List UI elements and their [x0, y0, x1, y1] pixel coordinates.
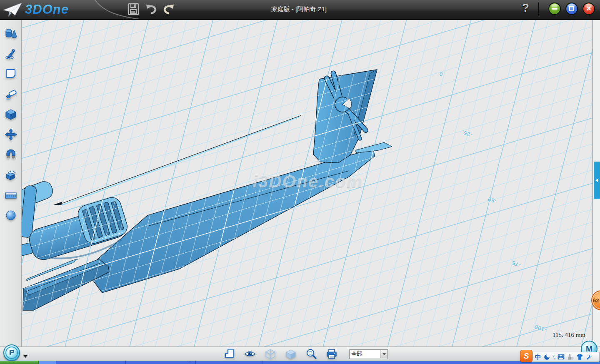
taskbar-separator — [195, 361, 196, 364]
sketch-pen-icon — [5, 47, 17, 60]
brand-name: 3DOne — [25, 2, 69, 17]
restore-icon — [569, 6, 574, 11]
taskbar-quicklaunch[interactable] — [39, 361, 56, 364]
redo-icon[interactable] — [163, 3, 175, 15]
taskbar-start-button[interactable] — [0, 361, 39, 364]
settings-wrench-icon — [586, 354, 592, 360]
undo-icon[interactable] — [145, 3, 157, 15]
sidebar-item-sketch-edit[interactable] — [0, 84, 21, 105]
ime-toolbar: S 中 °, — [522, 352, 600, 362]
cplane-icon[interactable] — [224, 349, 235, 359]
measure-ruler-icon — [5, 189, 17, 202]
half-moon-icon — [544, 354, 550, 360]
close-icon: ✕ — [586, 5, 591, 12]
move-arrows-icon — [5, 128, 17, 141]
measurement-readout: 115. 416 mm — [552, 332, 585, 339]
feature-cube-icon — [5, 108, 17, 121]
window-title: 家庭版 - [阿帕奇.Z1] — [271, 0, 327, 19]
ime-halfwidth-toggle[interactable] — [544, 353, 550, 361]
badge-ring — [5, 347, 18, 359]
expand-arrow[interactable] — [23, 355, 28, 358]
sidebar-item-snap[interactable] — [0, 145, 21, 165]
travel-icon — [567, 354, 574, 360]
close-button[interactable]: ✕ — [582, 2, 595, 15]
minimize-button[interactable] — [548, 2, 561, 15]
skin-tshirt-icon — [576, 354, 583, 360]
chevron-left-icon — [595, 178, 598, 182]
magnet-snap-icon — [5, 149, 17, 161]
paper-plane-icon — [2, 2, 22, 17]
taskbar-separator — [125, 361, 126, 364]
keyboard-icon — [558, 354, 565, 360]
mini-toolbar-p-badge[interactable]: P — [3, 344, 20, 361]
os-taskbar — [0, 361, 600, 364]
help-button[interactable]: ? — [522, 2, 529, 15]
display-filter-select[interactable]: 全部 — [349, 349, 388, 359]
zoom-search-icon[interactable] — [306, 349, 317, 359]
wireframe-cube-icon[interactable] — [265, 349, 276, 359]
app-logo: 3DOne — [2, 2, 69, 17]
sidebar-item-move[interactable] — [0, 125, 21, 145]
ime-settings[interactable] — [586, 353, 592, 361]
minus-icon — [552, 8, 558, 10]
shaded-cube-icon[interactable] — [285, 349, 296, 359]
titlebar-divider — [538, 2, 539, 16]
titlebar: 3DOne 家庭版 - [阿帕奇.Z1] ? ✕ — [0, 0, 600, 20]
tool-sidebar — [0, 19, 22, 347]
taskbar-separator — [190, 361, 190, 364]
sidebar-item-measure[interactable] — [0, 185, 21, 206]
status-toolbar: P — [0, 347, 600, 361]
panel-collapse-handle[interactable] — [594, 162, 600, 199]
primitives-icon — [5, 27, 17, 40]
sketch-surface-icon — [5, 67, 17, 80]
restore-button[interactable] — [565, 2, 578, 15]
viewport-3d[interactable] — [0, 0, 600, 364]
filter-value: 全部 — [350, 350, 380, 358]
save-icon[interactable] — [128, 3, 139, 15]
sidebar-item-feature[interactable] — [0, 104, 21, 125]
sidebar-item-combine[interactable] — [0, 165, 21, 185]
sidebar-item-primitives[interactable] — [0, 23, 21, 44]
ime-softkeyboard[interactable] — [558, 353, 565, 361]
chevron-down-icon — [382, 353, 386, 355]
sogou-logo[interactable]: S — [520, 350, 532, 362]
ime-skin[interactable] — [576, 353, 583, 361]
print-icon[interactable] — [326, 349, 337, 359]
combine-box-icon — [5, 169, 17, 181]
sketch-edit-eraser-icon — [5, 88, 17, 100]
ime-punctuation-toggle[interactable]: °, — [552, 353, 555, 361]
ime-chinese-mode[interactable]: 中 — [535, 353, 541, 361]
taskbar-separator — [262, 361, 263, 364]
sidebar-item-material[interactable] — [0, 205, 21, 226]
sidebar-item-sketch[interactable] — [0, 44, 21, 64]
ime-travel-mode[interactable] — [567, 353, 574, 361]
sidebar-item-surface[interactable] — [0, 64, 21, 84]
dropdown-button[interactable] — [380, 350, 388, 358]
visibility-eye-icon[interactable] — [245, 349, 255, 359]
material-sphere-icon — [5, 209, 17, 222]
